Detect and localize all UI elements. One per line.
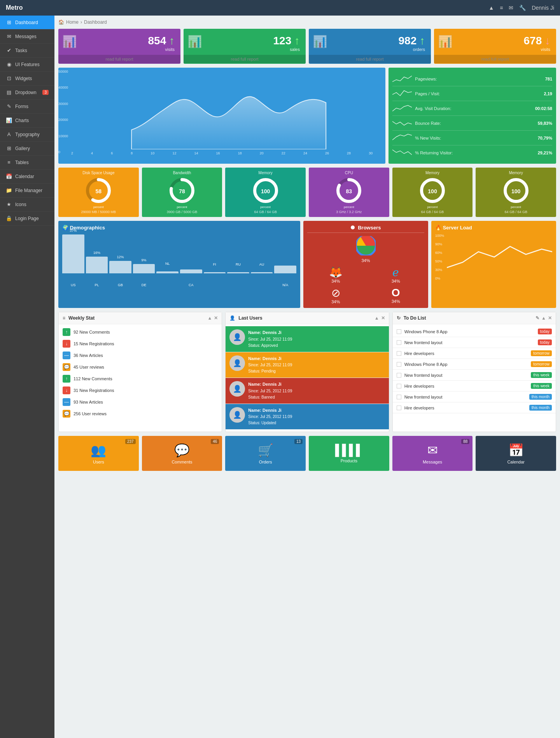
browsers-grid: 34% 🦊 34% ℯ 34% ⊘ 34%	[307, 236, 424, 304]
fire-icon: 🔥	[435, 225, 441, 231]
todo-item-5: Hire developers this week	[393, 381, 556, 392]
sidebar-item-icons[interactable]: ★ Icons	[0, 198, 54, 212]
visits1-footer[interactable]: read full report	[58, 55, 180, 63]
todo-badge-6: this month	[529, 394, 552, 400]
todo-badge-5: this week	[531, 383, 552, 389]
sales-arrow-icon: ↑	[294, 35, 300, 47]
charts-label: Charts	[15, 118, 29, 123]
sidebar-item-dropdown[interactable]: ▤ Dropdown 3	[0, 86, 54, 100]
sidebar-item-tables[interactable]: ≡ Tables	[0, 156, 54, 170]
tables-label: Tables	[15, 160, 29, 165]
weekly-text-5: 31 New Registrations	[74, 388, 114, 393]
dropdown-icon: ▤	[6, 89, 12, 95]
last-users-close[interactable]: ✕	[381, 315, 385, 321]
stat-card-visits1[interactable]: 📊 854 ↑ visits read full report	[58, 29, 180, 64]
last-users-collapse[interactable]: ▲	[374, 315, 379, 321]
sidebar-item-widgets[interactable]: ⊡ Widgets	[0, 72, 54, 86]
sidebar-item-charts[interactable]: 📊 Charts	[0, 114, 54, 128]
stat-card-visits2[interactable]: 📊 678 ↓ visits read full report	[434, 29, 556, 64]
forms-label: Forms	[15, 104, 28, 109]
gauge-bw-title: Bandwidth	[145, 171, 219, 175]
todo-checkbox-4[interactable]	[397, 373, 401, 378]
sidebar-item-tasks[interactable]: ✔ Tasks	[0, 44, 54, 58]
sidebar-item-gallery[interactable]: ⊞ Gallery	[0, 142, 54, 156]
browsers-panel: Browsers	[303, 221, 428, 308]
sidebar-item-messages[interactable]: ✉ Messages	[0, 30, 54, 44]
alert-icon[interactable]: ▲	[488, 5, 494, 11]
orders-footer[interactable]: read full report	[309, 55, 431, 63]
todo-checkbox-7[interactable]	[397, 406, 401, 410]
sidebar-item-forms[interactable]: ✎ Forms	[0, 100, 54, 114]
tile-users[interactable]: 237 👥 Users	[58, 436, 139, 471]
down-arrow-icon: ↓	[63, 340, 70, 348]
user-name-3: Name: Dennis Ji	[248, 408, 282, 413]
tile-comments[interactable]: 46 💬 Comments	[142, 436, 222, 471]
safari-icon: ⊘	[307, 287, 364, 299]
todo-checkbox-6[interactable]	[397, 395, 401, 399]
breadcrumb-current: Dashboard	[84, 19, 107, 25]
gauge-bw-label: percent	[145, 205, 219, 209]
sidebar-item-dashboard[interactable]: ⊞ Dashboard	[0, 16, 54, 30]
sidebar-item-ui-features[interactable]: ◉ UI Features	[0, 58, 54, 72]
dropdown-label: Dropdown	[15, 90, 37, 95]
breadcrumb-home[interactable]: Home	[66, 19, 79, 25]
weekly-stat-header: ≡ Weekly Stat ▲ ✕	[59, 312, 222, 324]
stat-card-sales[interactable]: 📊 123 ↑ sales read full report	[184, 29, 306, 64]
browser-chrome: 34%	[307, 236, 424, 263]
todo-edit[interactable]: ✎	[536, 315, 539, 321]
brand-logo: Metro	[6, 4, 23, 11]
messages-count: 88	[461, 439, 469, 444]
user-menu[interactable]: Dennis Ji	[532, 5, 554, 11]
gauge-mem2-circle: 100	[419, 177, 446, 205]
todo-checkbox-0[interactable]	[397, 329, 401, 334]
stat-row-pageviews: Pageviews: 781	[392, 72, 552, 86]
ie-pct: 34%	[368, 279, 425, 283]
stat-row-pages-visit: Pages / Visit: 2,19	[392, 86, 552, 101]
todo-checkbox-5[interactable]	[397, 384, 401, 388]
stat-card-orders[interactable]: 📊 982 ↑ orders read full report	[309, 29, 431, 64]
sidebar-item-file-manager[interactable]: 📁 File Manager	[0, 184, 54, 198]
gauge-disk-num: 58	[96, 188, 102, 194]
bounce-label: Bounce Rate:	[415, 121, 534, 126]
visits2-footer[interactable]: read full report	[434, 55, 556, 63]
todo-collapse[interactable]: ▲	[541, 315, 546, 321]
todo-checkbox-3[interactable]	[397, 362, 401, 367]
todo-close[interactable]: ✕	[548, 315, 552, 321]
weekly-item-1: ↓ 15 New Registrations	[59, 338, 222, 350]
todo-checkbox-2[interactable]	[397, 351, 401, 356]
sales-footer[interactable]: read full report	[184, 55, 306, 63]
firefox-pct: 34%	[307, 279, 364, 283]
user-avatar-0: 👤	[229, 329, 245, 345]
sidebar-item-login[interactable]: 🔒 Login Page	[0, 212, 54, 226]
wrench-icon[interactable]: 🔧	[519, 5, 526, 11]
typography-label: Typography	[15, 132, 40, 137]
sidebar-item-typography[interactable]: A Typography	[0, 128, 54, 142]
new-visits-sparkline	[392, 133, 412, 143]
sales-chart-icon: 📊	[187, 35, 202, 48]
gauge-disk: Disk Space Usage 58 percent 29000 MB / 5…	[58, 168, 139, 217]
msg-icon2: 💬	[63, 410, 70, 418]
area-chart-svg	[76, 72, 382, 149]
orders-icon: 🛒	[258, 443, 273, 458]
tile-messages[interactable]: 88 ✉ Messages	[392, 436, 473, 471]
stat-row-returning: % Returning Visitor: 29,21%	[392, 145, 552, 160]
mail-icon[interactable]: ✉	[509, 5, 513, 11]
chrome-pct: 34%	[307, 258, 424, 263]
todo-item-3: Windows Phone 8 App tomorrow	[393, 359, 556, 370]
y-label-50k: 50000	[58, 70, 68, 73]
tile-calendar[interactable]: 📅 Calendar	[476, 436, 556, 471]
tile-orders[interactable]: 13 🛒 Orders	[225, 436, 306, 471]
todo-checkbox-1[interactable]	[397, 340, 401, 345]
close-icon[interactable]: ✕	[214, 315, 218, 321]
dot-icon	[351, 226, 355, 229]
menu-icon[interactable]: ≡	[500, 5, 503, 11]
tile-products[interactable]: ▌▌▌▌ Products	[309, 436, 389, 471]
charts-icon: 📊	[6, 117, 12, 123]
user-avatar-3: 👤	[229, 407, 245, 423]
browsers-title: Browsers	[307, 225, 424, 233]
todo-text-1: New frontend layout	[404, 340, 443, 345]
sidebar-item-calendar[interactable]: 📅 Calendar	[0, 170, 54, 184]
messages-label: Messages	[423, 460, 442, 464]
todo-text-4: New frontend layout	[404, 373, 443, 378]
collapse-icon[interactable]: ▲	[207, 315, 212, 321]
